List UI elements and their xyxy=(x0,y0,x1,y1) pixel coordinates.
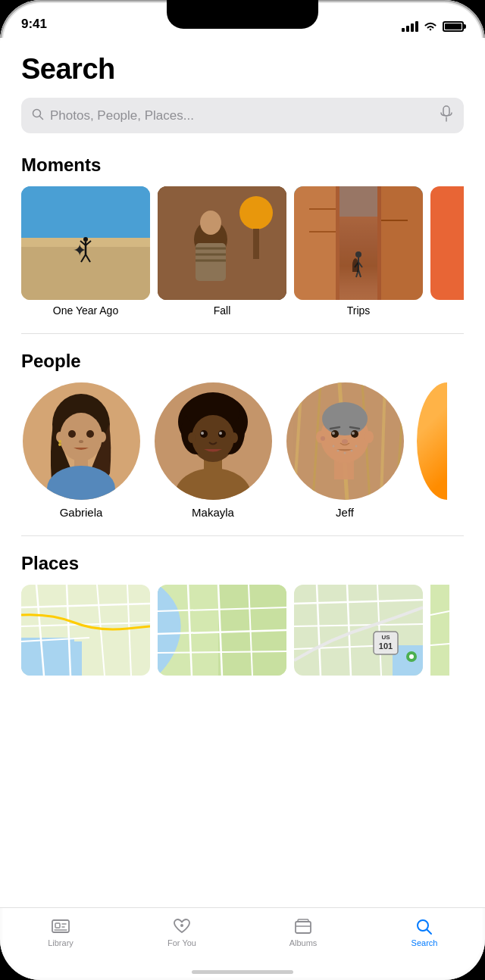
person-item-gabriela[interactable]: Gabriela xyxy=(21,382,141,519)
desert-image xyxy=(21,186,150,300)
tab-label-albums: Albums xyxy=(289,938,318,947)
people-divider xyxy=(21,535,464,536)
tab-label-library: Library xyxy=(48,938,74,947)
partial-image-svg xyxy=(430,186,464,300)
moment-image-trips xyxy=(294,186,423,300)
search-placeholder: Photos, People, Places... xyxy=(50,108,433,123)
tab-search[interactable]: Search xyxy=(364,917,485,947)
moments-title: Moments xyxy=(21,154,464,176)
main-content: Search Photos, People, Places... Moments xyxy=(0,38,485,907)
signal-bar-1 xyxy=(402,28,405,32)
moment-image-one-year-ago xyxy=(21,186,150,300)
svg-point-44 xyxy=(79,440,83,443)
svg-point-58 xyxy=(188,432,196,443)
place-item-partial xyxy=(430,585,449,679)
svg-rect-2 xyxy=(443,106,449,116)
moment-image-partial xyxy=(430,186,464,300)
svg-line-131 xyxy=(427,930,432,935)
person-item-jeff[interactable]: Jeff xyxy=(285,382,405,519)
tab-label-for-you: For You xyxy=(167,938,196,947)
microphone-icon[interactable] xyxy=(440,105,453,126)
notch xyxy=(167,0,318,29)
signal-bar-3 xyxy=(411,23,414,32)
bottom-spacer xyxy=(21,679,464,694)
svg-rect-118 xyxy=(430,585,449,676)
places-grid: US 101 xyxy=(21,585,464,679)
status-icons xyxy=(402,21,464,33)
svg-point-42 xyxy=(68,430,76,438)
place-item-la[interactable] xyxy=(21,585,150,679)
svg-rect-127 xyxy=(296,922,311,933)
avatar-gabriela xyxy=(23,382,140,500)
moment-item-fall[interactable]: Fall xyxy=(158,186,286,317)
signal-bar-2 xyxy=(406,26,409,32)
place-item-coastal[interactable] xyxy=(158,585,286,679)
person-name-gabriela: Gabriela xyxy=(60,506,103,519)
people-title: People xyxy=(21,351,464,372)
svg-point-76 xyxy=(321,436,325,441)
svg-point-39 xyxy=(60,413,102,461)
person-item-partial xyxy=(417,382,447,519)
moment-item-trips[interactable]: Trips xyxy=(294,186,423,317)
svg-rect-26 xyxy=(336,186,381,300)
svg-point-47 xyxy=(58,440,61,443)
search-tab-icon xyxy=(415,917,434,935)
phone-frame: 9:41 Search xyxy=(0,0,485,980)
status-time: 9:41 xyxy=(21,17,47,33)
battery-fill xyxy=(445,23,462,30)
avatar-makayla xyxy=(155,382,272,500)
svg-point-59 xyxy=(230,432,238,443)
place-map-highway: US 101 xyxy=(294,585,423,676)
svg-point-80 xyxy=(352,432,355,435)
svg-rect-4 xyxy=(21,186,150,243)
map-la-svg xyxy=(21,585,150,676)
desert-svg xyxy=(21,186,150,300)
place-map-la xyxy=(21,585,150,676)
moment-item-partial xyxy=(430,186,464,317)
signal-icon xyxy=(402,21,418,32)
tab-albums[interactable]: Albums xyxy=(242,917,364,947)
moment-label-fall: Fall xyxy=(158,304,286,317)
wifi-icon xyxy=(424,21,437,32)
tab-library[interactable]: Library xyxy=(0,917,121,947)
places-section: Places xyxy=(21,553,464,679)
tab-for-you[interactable]: For You xyxy=(121,917,242,947)
home-indicator xyxy=(192,970,293,974)
svg-point-48 xyxy=(58,443,61,446)
tab-bar: Library For You Albums Search xyxy=(0,907,485,980)
search-bar-icon xyxy=(32,108,44,123)
person-item-makayla[interactable]: Makayla xyxy=(153,382,273,519)
search-bar[interactable]: Photos, People, Places... xyxy=(21,98,464,133)
moments-divider xyxy=(21,333,464,334)
place-item-highway[interactable]: US 101 xyxy=(294,585,423,679)
svg-line-9 xyxy=(80,241,86,245)
place-map-coastal xyxy=(158,585,286,676)
page-title: Search xyxy=(21,53,464,86)
jeff-avatar-image xyxy=(286,382,404,500)
avatar-jeff xyxy=(286,382,404,500)
moment-item-one-year-ago[interactable]: One Year Ago xyxy=(21,186,150,317)
svg-point-43 xyxy=(86,430,94,438)
svg-point-7 xyxy=(83,237,88,242)
battery-icon xyxy=(443,21,464,32)
trips-svg xyxy=(294,186,423,300)
svg-rect-36 xyxy=(430,186,464,300)
svg-point-79 xyxy=(332,432,335,435)
svg-point-83 xyxy=(336,450,339,452)
svg-rect-25 xyxy=(377,186,423,300)
svg-point-73 xyxy=(322,402,368,435)
person-name-makayla: Makayla xyxy=(192,506,234,519)
svg-point-85 xyxy=(350,450,352,452)
albums-icon xyxy=(293,917,313,935)
svg-rect-24 xyxy=(294,186,340,300)
svg-point-84 xyxy=(343,452,346,454)
gabriela-avatar-image xyxy=(23,382,140,500)
person-avatar-partial xyxy=(417,382,447,500)
svg-point-117 xyxy=(409,654,414,659)
fall-svg xyxy=(158,186,286,300)
moment-label-one-year-ago: One Year Ago xyxy=(21,304,150,317)
moments-section: Moments xyxy=(21,154,464,317)
person-name-jeff: Jeff xyxy=(336,506,354,519)
svg-rect-122 xyxy=(55,923,60,928)
svg-line-1 xyxy=(40,116,43,119)
